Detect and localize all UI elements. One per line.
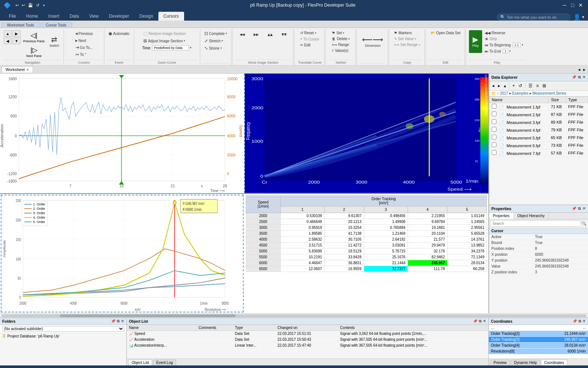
complete-btn[interactable]: ⊡ Complete ▾ (202, 30, 229, 37)
tab-nav-left[interactable]: ◂ (577, 67, 581, 72)
de-file-row[interactable]: 📄 Measurement 4.fpf 79 KB FPF File (490, 126, 588, 134)
de-file-checkbox[interactable] (492, 112, 496, 116)
coords-float-btn[interactable]: ⧉ (578, 319, 581, 324)
undo-btn[interactable]: ↩ (15, 2, 19, 8)
move-up-btn[interactable]: ▴▴ (263, 30, 277, 38)
de-float-btn[interactable]: ⧉ (578, 75, 581, 80)
nav-up-btn[interactable]: ▲ (4, 30, 12, 37)
coord-item[interactable]: ... ... (489, 325, 588, 331)
ribbon-search[interactable]: 🔍 (497, 14, 570, 21)
range-btn[interactable]: ⟺ Range (330, 42, 351, 47)
prev-pane-btn[interactable]: ◁| Previous Pane (21, 30, 47, 44)
nav-left-btn[interactable]: ◀ (4, 38, 12, 44)
folders-pin-btn[interactable]: 📌 (111, 319, 116, 324)
de-pin-btn[interactable]: 📌 (571, 75, 577, 80)
adjust-image-btn[interactable]: ⊞ Adjust Image Section ▾ (141, 38, 187, 44)
chart-spectrum[interactable]: 3000 2000 1000 0 Cr 2000 3000 4000 5000 … (245, 74, 489, 193)
ol-pin-btn[interactable]: 📌 (473, 319, 478, 324)
de-bc-examples[interactable]: Examples (512, 91, 528, 95)
reverse-btn[interactable]: ◀◀ Reverse (483, 30, 525, 36)
refresh-btn[interactable]: ↺ (35, 2, 40, 8)
coord-item[interactable]: Order Tracking[3]: 245.967 m/s² (489, 337, 588, 343)
move-right-btn[interactable]: ▸▸ (250, 30, 263, 38)
chart-acceleration[interactable]: 1800 1200 600 0 -600 -1200 -1800 10000 8… (0, 74, 245, 193)
coords-tab-preview[interactable]: Preview (490, 360, 510, 365)
search-input[interactable] (507, 15, 566, 20)
de-file-row[interactable]: 📄 Measurement 3.fpf 89 KB FPF File (490, 118, 588, 126)
tab-data[interactable]: Data (64, 12, 84, 21)
set-range-btn[interactable]: ⟺ Set Range ▾ (392, 42, 422, 47)
shrink-btn[interactable]: ⤡ Shrink ▾ (202, 45, 224, 52)
folders-float-btn[interactable]: ⧉ (116, 319, 120, 324)
nav-right-btn[interactable]: ▶ (12, 30, 21, 37)
folder-path[interactable]: (No activated subfolder) (0, 325, 126, 333)
switch-btn[interactable]: ⇄ Switch (47, 30, 62, 53)
minimize-btn[interactable]: ─ (561, 1, 568, 9)
de-bc-year[interactable]: 2017 (500, 91, 508, 95)
de-detail-btn[interactable]: ≡ (535, 82, 540, 89)
de-file-checkbox[interactable] (492, 135, 496, 139)
props-pin-btn[interactable]: 📌 (571, 206, 577, 211)
redo-btn[interactable]: ↩ (21, 2, 26, 8)
tab-worksheet-tools[interactable]: Worksheet Tools (1, 22, 40, 28)
open-data-set-btn[interactable]: 📂 Open Data Set (429, 30, 462, 36)
props-close-btn[interactable]: ✕ (582, 206, 586, 211)
coords-tab-coords[interactable]: Coordinates (541, 360, 567, 365)
de-file-checkbox[interactable] (492, 104, 496, 109)
ol-row[interactable]: 📊 AccelerationInterp... Linear Inter... … (127, 343, 488, 348)
restore-image-btn[interactable]: ⬚ Restore Image Section (141, 30, 188, 37)
markers-btn[interactable]: ⚑ Markers (392, 30, 413, 36)
delete-marker-btn[interactable]: 🗑 Delete ▾ (330, 36, 352, 42)
tab-view[interactable]: View (84, 12, 104, 21)
ol-row[interactable]: 📈 Acceleration Data Set 22.03.2017 15:50… (127, 337, 488, 343)
de-file-checkbox[interactable] (492, 119, 496, 124)
tab-home[interactable]: Home (21, 12, 43, 21)
de-bc-series[interactable]: Measurement Series (533, 91, 566, 95)
de-col-size[interactable]: Size (549, 97, 566, 103)
time-dropdown[interactable]: Predefined by Data (152, 45, 189, 50)
set-marker-btn[interactable]: ⚑ Set ▾ (330, 30, 346, 36)
tab-nav-right[interactable]: ▸ (582, 67, 587, 72)
edit-translate-btn[interactable]: ✏ Edit (298, 42, 312, 48)
cursor-goto-btn[interactable]: ⇥ Go To... (74, 44, 95, 51)
de-close-btn[interactable]: ✕ (582, 75, 586, 80)
props-tab-properties[interactable]: Properties (489, 213, 514, 219)
de-file-checkbox[interactable] (492, 142, 496, 147)
set-value-btn[interactable]: ✎ Set Value ▾ (392, 36, 418, 42)
props-search-input[interactable] (491, 220, 581, 227)
ol-row[interactable]: 📈 Speed Data Set 22.03.2017 15:51:01 Sig… (127, 331, 488, 337)
stretch-btn[interactable]: ⤢ Stretch ▾ (202, 38, 225, 44)
de-file-row[interactable]: 📄 Measurement 7.fpf 57 KB FPF File (490, 149, 588, 157)
automatic-btn[interactable]: ◉ Automatic (107, 30, 131, 37)
worksheet-tab[interactable]: Worksheet ✕ (1, 66, 33, 72)
to-end-btn[interactable]: ⏭ To End 1 ▾ (483, 48, 525, 54)
to-beginning-btn[interactable]: ⏮ To Beginning 1:1 ▾ (483, 42, 525, 48)
close-btn[interactable]: ✕ (577, 1, 584, 9)
cursor-previous-btn[interactable]: ◂ Previous (74, 30, 95, 37)
h-scrollbar[interactable] (0, 313, 588, 318)
de-forward-btn[interactable]: ▸ (496, 82, 502, 89)
scrollbar-thumb[interactable] (60, 314, 236, 317)
ol-close-btn[interactable]: ✕ (483, 319, 486, 324)
de-col-name[interactable]: Name (490, 97, 549, 103)
de-file-row[interactable]: 📄 Measurement 6.fpf 73 KB FPF File (490, 142, 588, 149)
coords-tab-help[interactable]: Dynamic Help (511, 360, 540, 365)
de-file-row[interactable]: 📄 Measurement 1.fpf 71 KB FPF File (490, 103, 588, 111)
folder-select[interactable]: (No activated subfolder) (2, 326, 124, 332)
coord-item[interactable]: Order Tracking[2]: 21.1444 m/s² (489, 331, 588, 337)
move-down-btn[interactable]: ▾▾ (277, 30, 291, 38)
de-up-btn[interactable]: ▴ (502, 82, 508, 89)
next-pane-btn[interactable]: |▷ Next Pane (24, 45, 43, 59)
props-tab-hierarchy[interactable]: Object Hierarchy (514, 213, 549, 219)
tab-design[interactable]: Design (134, 12, 158, 21)
dimension-btn[interactable]: ⟵⟶ Dimension (360, 30, 386, 53)
ol-tab-events[interactable]: Event Log (153, 360, 176, 365)
maximize-btn[interactable]: □ (569, 1, 576, 9)
tab-insert[interactable]: Insert (43, 12, 64, 21)
tab-developer[interactable]: Developer (104, 12, 135, 21)
quick-access-toolbar[interactable]: 🔷 ↩ ↩ 💾 ↺ ▾ (4, 2, 45, 9)
coords-close-btn[interactable]: ✕ (582, 319, 586, 324)
save-btn[interactable]: 💾 (27, 2, 34, 8)
tab-file[interactable]: File (4, 12, 21, 21)
cursor-next-btn[interactable]: ▸ Next (74, 37, 95, 44)
